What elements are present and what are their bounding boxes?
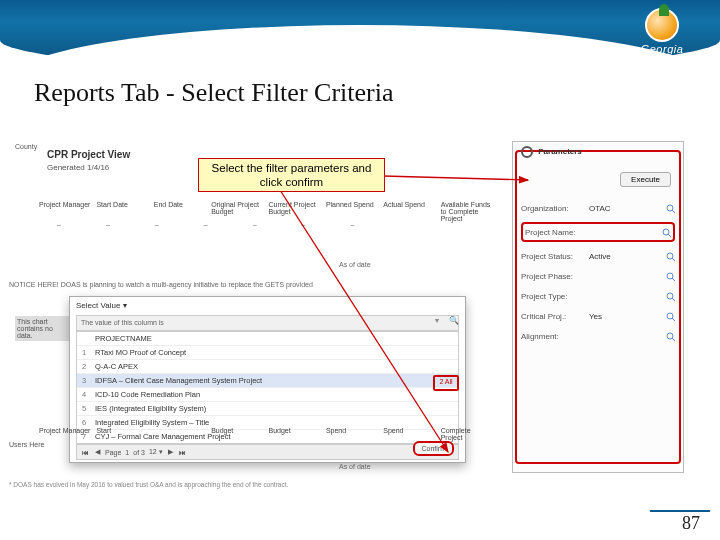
logo-text: Georgia xyxy=(641,43,684,55)
param-project-type: Project Type: xyxy=(521,286,675,306)
report-title: CPR Project View xyxy=(47,149,130,160)
param-project-phase: Project Phase: xyxy=(521,266,675,286)
svg-line-1 xyxy=(280,190,448,452)
page-number-field[interactable]: 1 xyxy=(125,449,129,456)
execute-button[interactable]: Execute xyxy=(620,172,671,187)
page-number-rule xyxy=(650,510,710,512)
lookup-icon[interactable] xyxy=(666,252,675,261)
next-page-icon[interactable]: ▶ xyxy=(167,448,175,456)
rows-dropdown[interactable]: 12 ▾ xyxy=(149,448,163,456)
parameters-header: Parameters xyxy=(521,146,582,158)
param-critical-proj: Critical Proj.: Yes xyxy=(521,306,675,326)
arrow-to-confirm xyxy=(280,190,480,460)
no-data-box: This chart contains no data. xyxy=(15,316,69,341)
first-page-icon[interactable]: ⏮ xyxy=(81,448,89,456)
project-status-value[interactable]: Active xyxy=(587,252,666,261)
lookup-icon[interactable] xyxy=(666,312,675,321)
peach-icon xyxy=(645,8,679,42)
gear-icon xyxy=(521,146,533,158)
svg-line-15 xyxy=(672,338,675,341)
svg-line-11 xyxy=(672,298,675,301)
svg-line-9 xyxy=(672,278,675,281)
parameter-fields: Organization: OTAC Project Name: Project… xyxy=(521,198,675,346)
report-footnote: * DOAS has evolved in May 2016 to valued… xyxy=(9,481,509,488)
critical-proj-value[interactable]: Yes xyxy=(587,312,666,321)
param-project-name: Project Name: xyxy=(521,220,675,244)
instruction-callout: Select the filter parameters and click c… xyxy=(198,158,385,192)
users-label: Users Here xyxy=(9,441,44,448)
param-organization: Organization: OTAC xyxy=(521,198,675,218)
lookup-icon[interactable] xyxy=(666,292,675,301)
lookup-icon[interactable] xyxy=(666,204,675,213)
svg-line-0 xyxy=(383,176,528,180)
page-number: 87 xyxy=(682,513,700,534)
page-title: Reports Tab - Select Filter Criteria xyxy=(34,78,393,108)
county-label: County xyxy=(15,143,65,150)
prev-page-icon[interactable]: ◀ xyxy=(93,448,101,456)
chevron-down-icon: ▾ xyxy=(123,301,127,310)
param-alignment: Alignment: xyxy=(521,326,675,346)
svg-line-13 xyxy=(672,318,675,321)
georgia-logo: Georgia xyxy=(622,8,702,68)
lookup-icon[interactable] xyxy=(666,272,675,281)
lookup-icon[interactable] xyxy=(666,332,675,341)
svg-line-3 xyxy=(672,210,675,213)
svg-line-7 xyxy=(672,258,675,261)
select-value-header[interactable]: Select Value ▾ xyxy=(76,301,127,310)
as-of-label-2: As of date xyxy=(339,463,371,470)
svg-line-5 xyxy=(668,234,671,237)
lookup-icon[interactable] xyxy=(662,228,671,237)
organization-value[interactable]: OTAC xyxy=(587,204,666,213)
param-project-status: Project Status: Active xyxy=(521,246,675,266)
parameters-panel: Parameters Execute Organization: OTAC Pr… xyxy=(512,141,684,473)
report-generated: Generated 1/4/16 xyxy=(47,163,109,172)
last-page-icon[interactable]: ⏭ xyxy=(179,448,187,456)
